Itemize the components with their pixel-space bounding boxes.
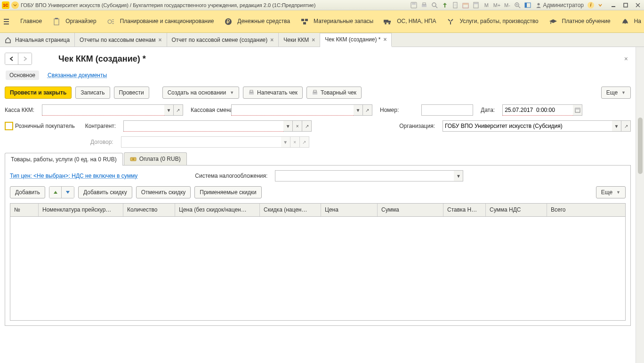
close-icon[interactable]: × bbox=[312, 37, 315, 43]
menu-burger-icon[interactable] bbox=[3, 18, 10, 25]
open-icon[interactable]: ↗ bbox=[363, 104, 372, 116]
col-number[interactable]: № bbox=[10, 204, 39, 216]
kassa-kkm-field[interactable]: ▼ ↗ bbox=[42, 104, 183, 116]
forward-button[interactable] bbox=[18, 53, 32, 64]
m-plus-label[interactable]: M+ bbox=[492, 1, 501, 9]
clear-icon[interactable]: × bbox=[293, 120, 302, 132]
calendar-picker-icon[interactable] bbox=[573, 104, 582, 116]
nav-main[interactable]: Главное bbox=[20, 18, 42, 24]
close-icon[interactable]: × bbox=[383, 36, 386, 43]
close-page-icon[interactable]: × bbox=[621, 55, 631, 63]
dropdown-icon[interactable]: ▼ bbox=[354, 104, 363, 116]
current-user[interactable]: Администратор bbox=[534, 2, 586, 8]
org-input[interactable] bbox=[443, 120, 612, 132]
date-input[interactable] bbox=[502, 104, 573, 116]
grid-body[interactable] bbox=[10, 217, 625, 320]
app-menu-dropdown[interactable] bbox=[11, 1, 19, 9]
add-discount-button[interactable]: Добавить скидку bbox=[78, 186, 132, 198]
price-type-link[interactable]: Тип цен: <Не выбран>; НДС не включен в с… bbox=[10, 173, 137, 179]
add-row-button[interactable]: Добавить bbox=[10, 186, 45, 198]
info-dropdown-icon[interactable] bbox=[596, 1, 604, 9]
col-price-base[interactable]: Цена (без скидок/нацен… bbox=[175, 204, 260, 216]
search-icon[interactable] bbox=[430, 1, 439, 9]
close-window-icon[interactable] bbox=[634, 1, 642, 9]
print-check-button[interactable]: Напечатать чек bbox=[243, 87, 303, 99]
open-icon[interactable]: ↗ bbox=[174, 104, 183, 116]
col-total[interactable]: Всего bbox=[547, 204, 625, 216]
document-icon[interactable] bbox=[451, 1, 459, 9]
dropdown-icon[interactable]: ▼ bbox=[164, 104, 174, 116]
col-nomenclature[interactable]: Номенклатура прейскур… bbox=[39, 204, 123, 216]
org-field[interactable]: ▼ ↗ bbox=[443, 120, 631, 132]
tab-checks[interactable]: Чеки ККМ× bbox=[279, 33, 320, 47]
tax-system-input[interactable] bbox=[275, 170, 454, 182]
vertical-scrollbar[interactable] bbox=[636, 47, 644, 363]
move-down-button[interactable] bbox=[62, 187, 74, 198]
m-label[interactable]: M bbox=[482, 1, 491, 9]
nav-planning[interactable]: Планирование и санкционирование bbox=[107, 17, 214, 26]
nav-organizer[interactable]: Органайзер bbox=[52, 17, 97, 26]
col-qty[interactable]: Количество bbox=[123, 204, 175, 216]
col-vat-rate[interactable]: Ставка Н… bbox=[443, 204, 486, 216]
post-button[interactable]: Провести bbox=[114, 87, 149, 99]
dropdown-icon[interactable]: ▼ bbox=[454, 170, 463, 182]
panel-icon[interactable] bbox=[523, 1, 532, 9]
kassa-kkm-input[interactable] bbox=[42, 104, 164, 116]
counterparty-field[interactable]: ▼ × ↗ bbox=[123, 120, 312, 132]
col-vat-sum[interactable]: Сумма НДС bbox=[486, 204, 547, 216]
zoom-icon[interactable] bbox=[513, 1, 522, 9]
nav-materials[interactable]: Материальные запасы bbox=[300, 17, 373, 26]
applied-discounts-button[interactable]: Применяемые скидки bbox=[194, 186, 262, 198]
col-price[interactable]: Цена bbox=[321, 204, 378, 216]
subtab-linked[interactable]: Связанные документы bbox=[48, 72, 107, 79]
open-icon[interactable]: ↗ bbox=[302, 120, 312, 132]
maximize-icon[interactable] bbox=[621, 1, 630, 9]
save-button[interactable]: Записать bbox=[75, 87, 110, 99]
post-and-close-button[interactable]: Провести и закрыть bbox=[5, 87, 72, 99]
dropdown-icon[interactable]: ▼ bbox=[612, 120, 621, 132]
col-sum[interactable]: Сумма bbox=[378, 204, 443, 216]
more-button[interactable]: Еще▼ bbox=[601, 87, 631, 99]
col-discount[interactable]: Скидка (нацен… bbox=[260, 204, 321, 216]
cancel-discount-button[interactable]: Отменить скидку bbox=[136, 186, 191, 198]
counterparty-input[interactable] bbox=[123, 120, 283, 132]
m-minus-label[interactable]: M- bbox=[503, 1, 511, 9]
move-up-button[interactable] bbox=[49, 187, 62, 198]
print-icon[interactable] bbox=[420, 1, 428, 9]
save-icon[interactable] bbox=[410, 1, 418, 9]
minimize-icon[interactable] bbox=[609, 1, 618, 9]
dropdown-icon[interactable]: ▼ bbox=[283, 120, 293, 132]
shift-field[interactable]: ▼ ↗ bbox=[231, 104, 372, 116]
tax-system-field[interactable]: ▼ bbox=[275, 170, 463, 182]
tab-payment[interactable]: Оплата (0 RUB) bbox=[124, 152, 187, 165]
nav-assets[interactable]: ОС, НМА, НПА bbox=[384, 17, 436, 26]
nav-services[interactable]: Услуги, работы, производство bbox=[446, 17, 538, 26]
tab-goods[interactable]: Товары, работы, услуги (0 ед. на 0 RUB) bbox=[5, 153, 123, 166]
number-input[interactable] bbox=[421, 104, 473, 116]
tab-shift-report-create[interactable]: Отчет по кассовой смене (создание)× bbox=[167, 33, 279, 47]
back-button[interactable] bbox=[5, 53, 18, 64]
close-icon[interactable]: × bbox=[270, 37, 274, 43]
goods-check-button[interactable]: Товарный чек bbox=[306, 87, 362, 99]
scrollbar-thumb[interactable] bbox=[638, 118, 643, 174]
nav-more[interactable]: На bbox=[621, 17, 641, 26]
nav-money[interactable]: ₽ Денежные средства bbox=[224, 17, 290, 26]
date-field[interactable] bbox=[502, 104, 582, 116]
close-icon[interactable]: × bbox=[158, 37, 161, 43]
open-icon[interactable]: ↗ bbox=[621, 120, 631, 132]
create-based-button[interactable]: Создать на основании▼ bbox=[162, 87, 239, 99]
tab-home[interactable]: Начальная страница bbox=[0, 33, 75, 47]
tab-shift-reports[interactable]: Отчеты по кассовым сменам× bbox=[75, 33, 167, 47]
table-more-button[interactable]: Еще▼ bbox=[596, 186, 626, 198]
calendar-icon[interactable] bbox=[461, 1, 470, 9]
upload-icon[interactable] bbox=[441, 1, 449, 9]
subtab-main[interactable]: Основное bbox=[6, 71, 39, 80]
nav-education[interactable]: Платное обучение bbox=[549, 17, 611, 26]
tab-check-create[interactable]: Чек ККМ (создание) *× bbox=[320, 33, 392, 47]
number-field[interactable] bbox=[421, 104, 473, 116]
retail-checkbox[interactable] bbox=[5, 122, 13, 130]
shift-input[interactable] bbox=[231, 104, 354, 116]
printer-icon bbox=[248, 90, 255, 95]
calculator-icon[interactable] bbox=[472, 1, 480, 9]
info-icon[interactable]: i bbox=[588, 2, 594, 8]
